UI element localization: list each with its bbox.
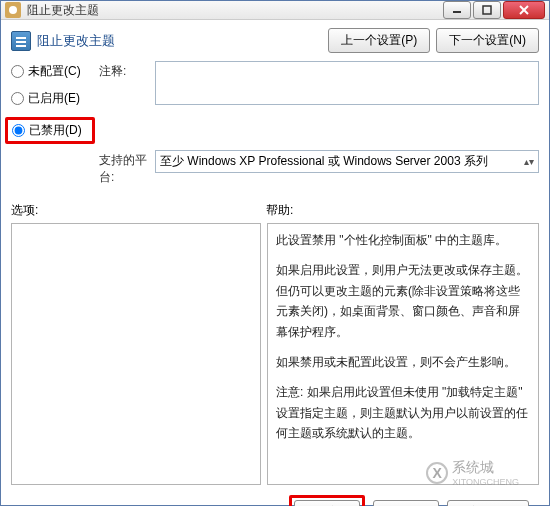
radio-not-configured-input[interactable] <box>11 65 24 78</box>
platform-value: 至少 Windows XP Professional 或 Windows Ser… <box>160 153 488 170</box>
options-label: 选项: <box>11 202 266 219</box>
minimize-button[interactable] <box>443 1 471 19</box>
apply-button[interactable]: 应用(A) <box>447 500 529 506</box>
title-bar: 阻止更改主题 <box>1 1 549 20</box>
svg-rect-1 <box>483 6 491 14</box>
cancel-button[interactable]: 取消 <box>373 500 439 506</box>
radio-disabled[interactable]: 已禁用(D) <box>5 117 95 144</box>
maximize-button[interactable] <box>473 1 501 19</box>
help-paragraph: 如果禁用或未配置此设置，则不会产生影响。 <box>276 352 530 372</box>
previous-setting-button[interactable]: 上一个设置(P) <box>328 28 430 53</box>
ok-button[interactable]: 确定 <box>294 500 360 506</box>
radio-disabled-label: 已禁用(D) <box>29 122 82 139</box>
policy-icon <box>11 31 31 51</box>
radio-not-configured[interactable]: 未配置(C) <box>11 63 95 80</box>
radio-enabled-input[interactable] <box>11 92 24 105</box>
window-title: 阻止更改主题 <box>27 2 99 19</box>
page-title: 阻止更改主题 <box>37 32 115 50</box>
help-paragraph: 如果启用此设置，则用户无法更改或保存主题。但仍可以更改主题的元素(除非设置策略将… <box>276 260 530 342</box>
next-setting-button[interactable]: 下一个设置(N) <box>436 28 539 53</box>
platform-label: 支持的平台: <box>99 150 151 186</box>
options-pane <box>11 223 261 485</box>
help-pane: 此设置禁用 "个性化控制面板" 中的主题库。 如果启用此设置，则用户无法更改或保… <box>267 223 539 485</box>
radio-disabled-input[interactable] <box>12 124 25 137</box>
radio-not-configured-label: 未配置(C) <box>28 63 81 80</box>
radio-enabled[interactable]: 已启用(E) <box>11 90 95 107</box>
chevron-updown-icon: ▴▾ <box>524 156 534 167</box>
platform-field[interactable]: 至少 Windows XP Professional 或 Windows Ser… <box>155 150 539 173</box>
help-paragraph: 此设置禁用 "个性化控制面板" 中的主题库。 <box>276 230 530 250</box>
help-label: 帮助: <box>266 202 539 219</box>
close-button[interactable] <box>503 1 545 19</box>
window-icon <box>5 2 21 18</box>
help-paragraph: 注意: 如果启用此设置但未使用 "加载特定主题" 设置指定主题，则主题默认为用户… <box>276 382 530 443</box>
radio-enabled-label: 已启用(E) <box>28 90 80 107</box>
comment-label: 注释: <box>99 61 151 80</box>
comment-input[interactable] <box>155 61 539 105</box>
